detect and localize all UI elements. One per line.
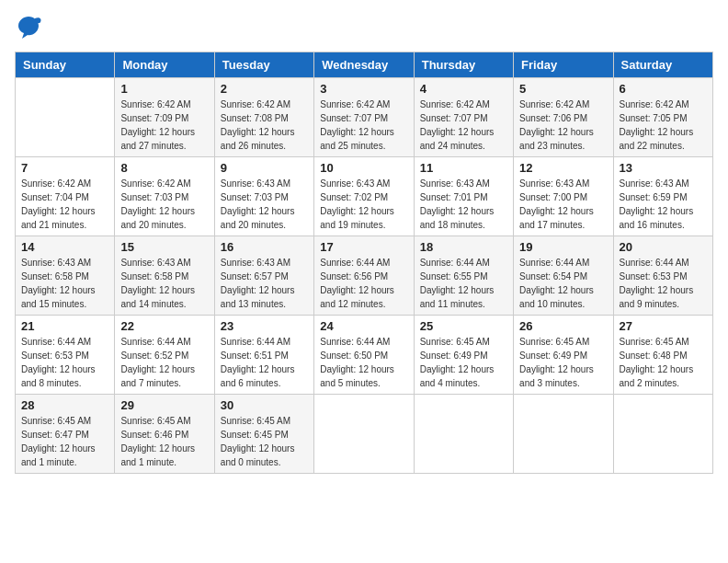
- calendar-cell: 26Sunrise: 6:45 AM Sunset: 6:49 PM Dayli…: [514, 316, 613, 395]
- day-info: Sunrise: 6:43 AM Sunset: 7:00 PM Dayligh…: [519, 177, 607, 232]
- day-info: Sunrise: 6:42 AM Sunset: 7:06 PM Dayligh…: [519, 98, 607, 153]
- calendar-cell: 20Sunrise: 6:44 AM Sunset: 6:53 PM Dayli…: [613, 236, 712, 316]
- day-info: Sunrise: 6:44 AM Sunset: 6:55 PM Dayligh…: [420, 256, 507, 311]
- day-number: 26: [519, 319, 607, 333]
- day-number: 9: [221, 161, 308, 175]
- day-number: 20: [620, 240, 707, 254]
- day-info: Sunrise: 6:45 AM Sunset: 6:45 PM Dayligh…: [221, 414, 308, 469]
- day-number: 4: [420, 82, 507, 96]
- header-saturday: Saturday: [613, 52, 712, 78]
- day-info: Sunrise: 6:42 AM Sunset: 7:07 PM Dayligh…: [420, 98, 507, 153]
- day-number: 2: [221, 82, 308, 96]
- calendar-cell: 24Sunrise: 6:44 AM Sunset: 6:50 PM Dayli…: [314, 316, 414, 395]
- day-number: 14: [21, 240, 108, 254]
- calendar-cell: [613, 395, 712, 474]
- day-info: Sunrise: 6:43 AM Sunset: 6:58 PM Dayligh…: [21, 256, 108, 311]
- day-info: Sunrise: 6:42 AM Sunset: 7:09 PM Dayligh…: [120, 98, 208, 153]
- calendar-cell: 12Sunrise: 6:43 AM Sunset: 7:00 PM Dayli…: [514, 157, 613, 236]
- calendar-cell: 17Sunrise: 6:44 AM Sunset: 6:56 PM Dayli…: [314, 236, 414, 316]
- calendar-cell: 16Sunrise: 6:43 AM Sunset: 6:57 PM Dayli…: [214, 236, 313, 316]
- calendar-cell: 27Sunrise: 6:45 AM Sunset: 6:48 PM Dayli…: [613, 316, 712, 395]
- calendar-week-row: 14Sunrise: 6:43 AM Sunset: 6:58 PM Dayli…: [16, 236, 713, 316]
- day-number: 16: [221, 240, 308, 254]
- day-number: 1: [120, 82, 208, 96]
- day-info: Sunrise: 6:45 AM Sunset: 6:47 PM Dayligh…: [21, 414, 108, 469]
- day-number: 5: [519, 82, 607, 96]
- calendar-cell: 3Sunrise: 6:42 AM Sunset: 7:07 PM Daylig…: [314, 78, 414, 157]
- calendar-cell: 1Sunrise: 6:42 AM Sunset: 7:09 PM Daylig…: [115, 78, 214, 157]
- day-number: 19: [519, 240, 607, 254]
- day-info: Sunrise: 6:43 AM Sunset: 7:02 PM Dayligh…: [320, 177, 407, 232]
- day-info: Sunrise: 6:44 AM Sunset: 6:53 PM Dayligh…: [21, 335, 108, 390]
- calendar-cell: 22Sunrise: 6:44 AM Sunset: 6:52 PM Dayli…: [115, 316, 214, 395]
- calendar-cell: 14Sunrise: 6:43 AM Sunset: 6:58 PM Dayli…: [16, 236, 115, 316]
- logo: [15, 15, 46, 40]
- day-number: 23: [221, 319, 308, 333]
- day-number: 25: [420, 319, 507, 333]
- calendar-cell: [514, 395, 613, 474]
- day-info: Sunrise: 6:43 AM Sunset: 6:57 PM Dayligh…: [221, 256, 308, 311]
- day-info: Sunrise: 6:44 AM Sunset: 6:54 PM Dayligh…: [519, 256, 607, 311]
- calendar-cell: 30Sunrise: 6:45 AM Sunset: 6:45 PM Dayli…: [214, 395, 313, 474]
- calendar-cell: 28Sunrise: 6:45 AM Sunset: 6:47 PM Dayli…: [16, 395, 115, 474]
- header-wednesday: Wednesday: [314, 52, 414, 78]
- calendar-cell: [16, 78, 115, 157]
- logo-icon: [15, 15, 42, 40]
- header-tuesday: Tuesday: [214, 52, 313, 78]
- calendar-week-row: 21Sunrise: 6:44 AM Sunset: 6:53 PM Dayli…: [16, 316, 713, 395]
- calendar-cell: 21Sunrise: 6:44 AM Sunset: 6:53 PM Dayli…: [16, 316, 115, 395]
- day-number: 3: [320, 82, 407, 96]
- day-number: 22: [120, 319, 208, 333]
- day-info: Sunrise: 6:43 AM Sunset: 6:58 PM Dayligh…: [120, 256, 208, 311]
- calendar-cell: [414, 395, 513, 474]
- calendar-cell: 2Sunrise: 6:42 AM Sunset: 7:08 PM Daylig…: [214, 78, 313, 157]
- day-info: Sunrise: 6:43 AM Sunset: 7:03 PM Dayligh…: [221, 177, 308, 232]
- calendar-cell: 5Sunrise: 6:42 AM Sunset: 7:06 PM Daylig…: [514, 78, 613, 157]
- header-thursday: Thursday: [414, 52, 513, 78]
- day-number: 18: [420, 240, 507, 254]
- day-info: Sunrise: 6:42 AM Sunset: 7:04 PM Dayligh…: [21, 177, 108, 232]
- day-info: Sunrise: 6:45 AM Sunset: 6:48 PM Dayligh…: [620, 335, 707, 390]
- calendar-cell: 10Sunrise: 6:43 AM Sunset: 7:02 PM Dayli…: [314, 157, 414, 236]
- day-info: Sunrise: 6:42 AM Sunset: 7:08 PM Dayligh…: [221, 98, 308, 153]
- day-info: Sunrise: 6:44 AM Sunset: 6:56 PM Dayligh…: [320, 256, 407, 311]
- calendar-cell: 9Sunrise: 6:43 AM Sunset: 7:03 PM Daylig…: [214, 157, 313, 236]
- day-number: 17: [320, 240, 407, 254]
- day-info: Sunrise: 6:43 AM Sunset: 6:59 PM Dayligh…: [620, 177, 707, 232]
- day-number: 27: [620, 319, 707, 333]
- day-info: Sunrise: 6:45 AM Sunset: 6:49 PM Dayligh…: [519, 335, 607, 390]
- day-number: 28: [21, 398, 108, 412]
- calendar-cell: [314, 395, 414, 474]
- calendar-cell: 19Sunrise: 6:44 AM Sunset: 6:54 PM Dayli…: [514, 236, 613, 316]
- day-info: Sunrise: 6:42 AM Sunset: 7:07 PM Dayligh…: [320, 98, 407, 153]
- day-info: Sunrise: 6:42 AM Sunset: 7:03 PM Dayligh…: [120, 177, 208, 232]
- calendar-cell: 6Sunrise: 6:42 AM Sunset: 7:05 PM Daylig…: [613, 78, 712, 157]
- day-info: Sunrise: 6:44 AM Sunset: 6:53 PM Dayligh…: [620, 256, 707, 311]
- calendar-cell: 8Sunrise: 6:42 AM Sunset: 7:03 PM Daylig…: [115, 157, 214, 236]
- calendar-cell: 29Sunrise: 6:45 AM Sunset: 6:46 PM Dayli…: [115, 395, 214, 474]
- day-number: 13: [620, 161, 707, 175]
- day-info: Sunrise: 6:42 AM Sunset: 7:05 PM Dayligh…: [620, 98, 707, 153]
- calendar-week-row: 7Sunrise: 6:42 AM Sunset: 7:04 PM Daylig…: [16, 157, 713, 236]
- day-info: Sunrise: 6:45 AM Sunset: 6:46 PM Dayligh…: [120, 414, 208, 469]
- day-info: Sunrise: 6:44 AM Sunset: 6:50 PM Dayligh…: [320, 335, 407, 390]
- day-info: Sunrise: 6:44 AM Sunset: 6:51 PM Dayligh…: [221, 335, 308, 390]
- day-number: 10: [320, 161, 407, 175]
- calendar-cell: 11Sunrise: 6:43 AM Sunset: 7:01 PM Dayli…: [414, 157, 513, 236]
- calendar-cell: 18Sunrise: 6:44 AM Sunset: 6:55 PM Dayli…: [414, 236, 513, 316]
- calendar-cell: 23Sunrise: 6:44 AM Sunset: 6:51 PM Dayli…: [214, 316, 313, 395]
- day-number: 12: [519, 161, 607, 175]
- day-number: 6: [620, 82, 707, 96]
- calendar-week-row: 28Sunrise: 6:45 AM Sunset: 6:47 PM Dayli…: [16, 395, 713, 474]
- day-number: 21: [21, 319, 108, 333]
- calendar-cell: 4Sunrise: 6:42 AM Sunset: 7:07 PM Daylig…: [414, 78, 513, 157]
- day-number: 29: [120, 398, 208, 412]
- day-number: 15: [120, 240, 208, 254]
- day-info: Sunrise: 6:45 AM Sunset: 6:49 PM Dayligh…: [420, 335, 507, 390]
- calendar-table: SundayMondayTuesdayWednesdayThursdayFrid…: [15, 52, 713, 474]
- calendar-cell: 15Sunrise: 6:43 AM Sunset: 6:58 PM Dayli…: [115, 236, 214, 316]
- day-info: Sunrise: 6:44 AM Sunset: 6:52 PM Dayligh…: [120, 335, 208, 390]
- header-sunday: Sunday: [16, 52, 115, 78]
- day-info: Sunrise: 6:43 AM Sunset: 7:01 PM Dayligh…: [420, 177, 507, 232]
- calendar-header-row: SundayMondayTuesdayWednesdayThursdayFrid…: [16, 52, 713, 78]
